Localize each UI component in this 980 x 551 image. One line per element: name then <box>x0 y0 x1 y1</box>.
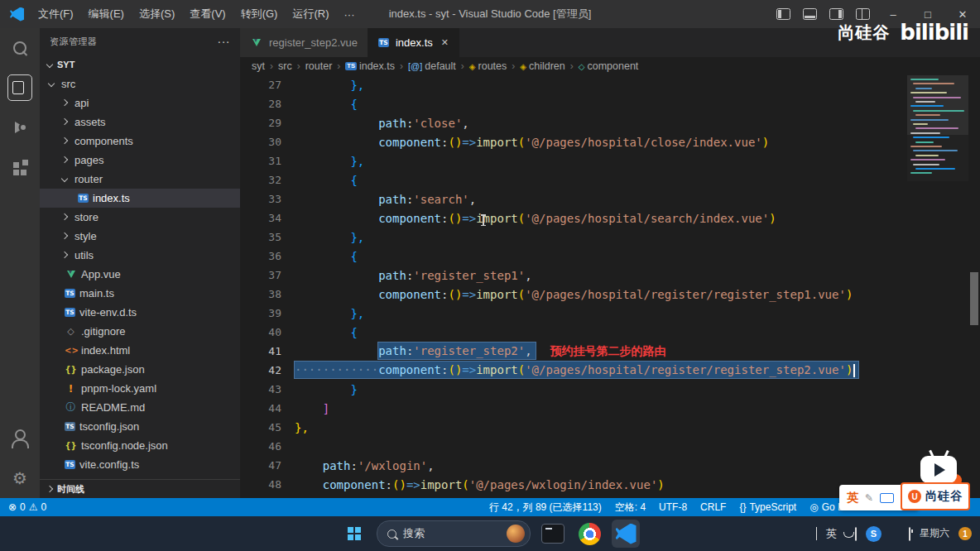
code-line-content[interactable]: }, <box>281 155 364 168</box>
code-line-content[interactable]: { <box>281 98 358 111</box>
code-line-content[interactable]: }, <box>281 79 364 92</box>
code-line[interactable]: 30 component:()=>import('@/pages/hospita… <box>240 132 980 151</box>
keyboard-icon[interactable] <box>855 528 857 540</box>
code-line[interactable]: 33 path:'search', <box>240 189 980 208</box>
breadcrumb-item-router[interactable]: router <box>305 60 333 72</box>
code-line-content[interactable]: path:'register_step2',预约挂号第二步的路由 <box>281 344 666 359</box>
code-line[interactable]: 40 { <box>240 323 980 342</box>
tab-close-icon[interactable]: ✕ <box>441 37 449 48</box>
code-line[interactable]: 38 component:()=>import('@/pages/hospita… <box>240 285 980 304</box>
tray-chevron-up-icon[interactable] <box>816 528 817 540</box>
status-item-0[interactable]: 行 42，列 89 (已选择113) <box>489 501 602 515</box>
menu-item-2[interactable]: 选择(S) <box>132 2 182 26</box>
code-line-content[interactable]: }, <box>281 421 309 434</box>
tree-item-vite.config.ts[interactable]: TSvite.config.ts <box>40 455 240 474</box>
menu-item-1[interactable]: 编辑(E) <box>81 2 132 26</box>
code-line[interactable]: 42············component:()=>import('@/pa… <box>240 361 980 380</box>
account-icon[interactable] <box>0 419 40 458</box>
code-line[interactable]: 39 }, <box>240 304 980 323</box>
run-and-debug-icon[interactable] <box>0 108 40 147</box>
code-line-content[interactable]: { <box>281 174 358 187</box>
breadcrumb-item-src[interactable]: src <box>278 60 292 72</box>
code-line-content[interactable]: }, <box>281 307 364 320</box>
breadcrumb-item-routes[interactable]: ◈routes <box>469 60 507 72</box>
code-line-content[interactable]: path:'search', <box>281 193 476 206</box>
sogou-ime-icon[interactable]: S <box>866 526 882 542</box>
code-line[interactable]: 45}, <box>240 418 980 437</box>
code-line[interactable]: 46 <box>240 437 980 456</box>
menu-item-6[interactable]: ··· <box>336 4 362 25</box>
tree-item-assets[interactable]: assets <box>40 113 240 132</box>
code-line-content[interactable]: component:()=>import('@/pages/wxlogin/in… <box>281 478 665 491</box>
tree-item-api[interactable]: api <box>40 93 240 113</box>
scrollbar-thumb[interactable] <box>970 272 978 325</box>
code-area[interactable]: 27 },28 {29 path:'close',30 component:()… <box>240 75 980 498</box>
menu-item-4[interactable]: 转到(G) <box>233 2 286 26</box>
code-line[interactable]: 44 ] <box>240 399 980 418</box>
explorer-actions-icon[interactable]: ··· <box>218 35 231 48</box>
tree-item-main.ts[interactable]: TSmain.ts <box>40 284 240 303</box>
code-line[interactable]: 31 }, <box>240 151 980 170</box>
code-line-content[interactable]: path:'close', <box>281 117 469 130</box>
breadcrumb-item-syt[interactable]: syt <box>252 60 265 72</box>
code-line-content[interactable]: } <box>281 383 358 396</box>
tree-item-index.ts[interactable]: TSindex.ts <box>40 189 240 208</box>
tree-item-store[interactable]: store <box>40 208 240 227</box>
taskbar-search[interactable]: 搜索 <box>377 520 531 547</box>
tree-item-README.md[interactable]: ⓘREADME.md <box>40 398 240 417</box>
breadcrumb-item-component[interactable]: ◇component <box>579 60 639 72</box>
ime-pen-icon[interactable]: ✎ <box>865 492 873 504</box>
code-line-content[interactable]: ] <box>281 402 329 415</box>
tree-item-src[interactable]: src <box>40 74 240 93</box>
app-icon-vscode[interactable] <box>612 520 640 548</box>
taskbar-date[interactable]: 星期六 <box>920 528 949 539</box>
tree-item-vite-env.d.ts[interactable]: TSvite-env.d.ts <box>40 303 240 322</box>
code-line-content[interactable]: component:()=>import('@/pages/hospital/c… <box>281 136 769 149</box>
battery-icon[interactable] <box>909 528 910 540</box>
start-button[interactable] <box>340 520 368 548</box>
code-line[interactable]: 27 }, <box>240 75 980 94</box>
ime-mode-english[interactable]: 英 <box>847 491 858 505</box>
toggle-sidebar-icon[interactable] <box>770 0 796 28</box>
tree-item-package.json[interactable]: {}package.json <box>40 360 240 379</box>
code-line-content[interactable]: ············component:()=>import('@/page… <box>281 363 858 377</box>
tree-item-App.vue[interactable]: App.vue <box>40 265 240 284</box>
tree-item-tsconfig.node.json[interactable]: {}tsconfig.node.json <box>40 436 240 455</box>
tree-item-pnpm-lock.yaml[interactable]: !pnpm-lock.yaml <box>40 379 240 398</box>
code-line-content[interactable]: path:'register_step1', <box>281 269 532 282</box>
minimap[interactable] <box>907 75 968 181</box>
status-item-1[interactable]: 空格: 4 <box>615 501 646 515</box>
code-line-content[interactable]: component:()=>import('@/pages/hospital/s… <box>281 212 776 225</box>
breadcrumb-item-default[interactable]: [@]default <box>408 60 456 72</box>
status-item-4[interactable]: {}TypeScript <box>739 501 796 513</box>
tree-item-pages[interactable]: pages <box>40 151 240 170</box>
settings-gear-icon[interactable]: ⚙ <box>0 458 40 498</box>
menu-item-0[interactable]: 文件(F) <box>31 2 81 26</box>
code-line-content[interactable]: component:()=>import('@/pages/hospital/r… <box>281 288 853 301</box>
tree-item-tsconfig.json[interactable]: TStsconfig.json <box>40 417 240 436</box>
search-icon[interactable] <box>0 28 40 68</box>
app-icon-terminal[interactable] <box>539 520 567 548</box>
code-line[interactable]: 34 component:()=>import('@/pages/hospita… <box>240 208 980 228</box>
code-line-content[interactable]: path:'/wxlogin', <box>281 459 435 472</box>
tree-item-style[interactable]: style <box>40 227 240 246</box>
code-line-content[interactable]: }, <box>281 231 364 244</box>
code-line[interactable]: 47 path:'/wxlogin', <box>240 456 980 475</box>
tree-item-router[interactable]: router <box>40 170 240 189</box>
extensions-icon[interactable] <box>0 147 40 187</box>
tab-index.ts[interactable]: TSindex.ts✕ <box>368 28 459 57</box>
menu-item-5[interactable]: 运行(R) <box>285 2 336 26</box>
tree-item-index.html[interactable]: <>index.html <box>40 341 240 360</box>
app-icon-chrome[interactable] <box>575 520 603 548</box>
breadcrumb-item-index.ts[interactable]: TSindex.ts <box>345 60 395 72</box>
code-line-content[interactable]: { <box>281 250 358 263</box>
editor-scrollbar[interactable] <box>968 75 980 498</box>
explorer-icon[interactable] <box>0 68 40 108</box>
timeline-section[interactable]: 时间线 <box>40 479 240 498</box>
code-line[interactable]: 28 { <box>240 94 980 113</box>
code-line[interactable]: 37 path:'register_step1', <box>240 266 980 285</box>
status-item-2[interactable]: UTF-8 <box>659 501 687 513</box>
tab-register_step2.vue[interactable]: register_step2.vue <box>240 28 368 57</box>
tray-language[interactable]: 英 <box>826 526 837 541</box>
tree-item-.gitignore[interactable]: ◇.gitignore <box>40 322 240 341</box>
